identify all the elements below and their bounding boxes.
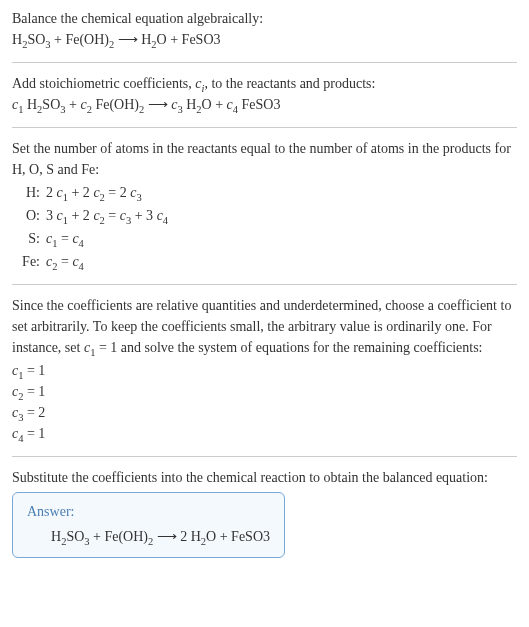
step-add-coefficients: Add stoichiometric coefficients, ci, to … bbox=[12, 73, 517, 94]
coefficient-value: c3 = 2 bbox=[12, 402, 517, 423]
equation-with-coefficients: c1 H2SO3 + c2 Fe(OH)2 ⟶ c3 H2O + c4 FeSO… bbox=[12, 94, 517, 115]
divider bbox=[12, 456, 517, 457]
atom-equation: c1 = c4 bbox=[46, 228, 517, 249]
intro-text: Balance the chemical equation algebraica… bbox=[12, 8, 517, 29]
answer-label: Answer: bbox=[27, 501, 270, 522]
answer-box: Answer: H2SO3 + Fe(OH)2 ⟶ 2 H2O + FeSO3 bbox=[12, 492, 285, 558]
divider bbox=[12, 62, 517, 63]
divider bbox=[12, 127, 517, 128]
coefficient-value: c1 = 1 bbox=[12, 360, 517, 381]
atom-equation: 2 c1 + 2 c2 = 2 c3 bbox=[46, 182, 517, 203]
coefficient-value: c2 = 1 bbox=[12, 381, 517, 402]
atom-label: Fe: bbox=[12, 251, 40, 272]
equation-unbalanced: H2SO3 + Fe(OH)2 ⟶ H2O + FeSO3 bbox=[12, 29, 517, 50]
divider bbox=[12, 284, 517, 285]
atom-label: S: bbox=[12, 228, 40, 249]
atom-label: H: bbox=[12, 182, 40, 203]
step-set-atoms: Set the number of atoms in the reactants… bbox=[12, 138, 517, 180]
atom-equations: H:2 c1 + 2 c2 = 2 c3O:3 c1 + 2 c2 = c3 +… bbox=[12, 182, 517, 272]
coefficient-solutions: c1 = 1c2 = 1c3 = 2c4 = 1 bbox=[12, 360, 517, 444]
answer-equation: H2SO3 + Fe(OH)2 ⟶ 2 H2O + FeSO3 bbox=[27, 526, 270, 547]
step-substitute: Substitute the coefficients into the che… bbox=[12, 467, 517, 488]
step-arb-b: and solve the system of equations for th… bbox=[117, 340, 482, 355]
step-arb-c: c1 = 1 bbox=[84, 340, 117, 355]
step-text-b: , to the reactants and products: bbox=[204, 76, 375, 91]
atom-equation: 3 c1 + 2 c2 = c3 + 3 c4 bbox=[46, 205, 517, 226]
step-text-a: Add stoichiometric coefficients, bbox=[12, 76, 195, 91]
coefficient-value: c4 = 1 bbox=[12, 423, 517, 444]
atom-label: O: bbox=[12, 205, 40, 226]
step-arbitrary: Since the coefficients are relative quan… bbox=[12, 295, 517, 358]
atom-equation: c2 = c4 bbox=[46, 251, 517, 272]
